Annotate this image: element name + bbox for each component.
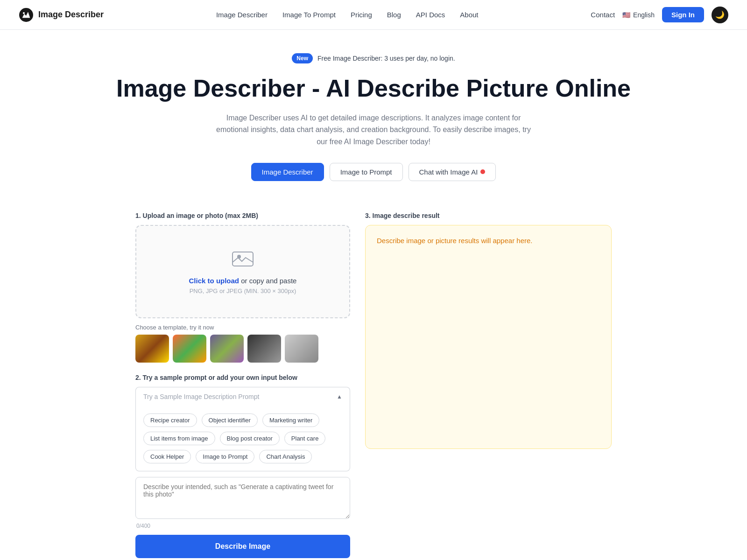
- dropdown-placeholder: Try a Sample Image Description Prompt: [143, 393, 259, 400]
- sample-prompt-section: 2. Try a sample prompt or add your own i…: [135, 374, 350, 558]
- logo-icon: [19, 7, 34, 22]
- nav-about[interactable]: About: [460, 11, 478, 19]
- result-area: Describe image or picture results will a…: [365, 225, 612, 449]
- nav-right: Contact 🇺🇸 English Sign In 🌙: [591, 7, 728, 23]
- custom-prompt-textarea[interactable]: [135, 477, 350, 519]
- image-upload-icon: [146, 248, 340, 271]
- language-label: English: [633, 11, 655, 19]
- upload-section-label: 1. Upload an image or photo (max 2MB): [135, 212, 350, 219]
- right-panel: 3. Image describe result Describe image …: [365, 212, 612, 558]
- result-section-label: 3. Image describe result: [365, 212, 612, 219]
- hero-subtitle: Image Describer uses AI to get detailed …: [210, 112, 537, 148]
- nav-image-describer[interactable]: Image Describer: [216, 11, 268, 19]
- badge-text: Free Image Describer: 3 uses per day, no…: [317, 55, 455, 62]
- template-image-2[interactable]: [173, 335, 206, 363]
- tag-recipe-creator[interactable]: Recipe creator: [143, 413, 197, 427]
- tag-image-to-prompt[interactable]: Image to Prompt: [196, 450, 254, 463]
- template-images: [135, 335, 350, 363]
- nav-api-docs[interactable]: API Docs: [416, 11, 445, 19]
- or-text: or copy and paste: [239, 277, 296, 285]
- upload-text: Click to upload or copy and paste: [146, 277, 340, 285]
- tag-object-identifier[interactable]: Object identifier: [202, 413, 258, 427]
- tag-marketing-writer[interactable]: Marketing writer: [262, 413, 319, 427]
- tag-cook-helper[interactable]: Cook Helper: [143, 450, 191, 463]
- signin-button[interactable]: Sign In: [662, 7, 704, 22]
- svg-point-1: [23, 12, 25, 14]
- sample-section-label: 2. Try a sample prompt or add your own i…: [135, 374, 350, 381]
- char-count: 0/400: [135, 523, 350, 529]
- describe-image-button[interactable]: Describe Image: [135, 535, 350, 558]
- moon-icon: 🌙: [715, 10, 725, 19]
- nav-image-to-prompt[interactable]: Image To Prompt: [282, 11, 336, 19]
- logo-text: Image Describer: [38, 10, 104, 20]
- svg-point-0: [19, 8, 33, 22]
- tabs-row: Image Describer Image to Prompt Chat wit…: [19, 163, 728, 181]
- contact-link[interactable]: Contact: [591, 11, 615, 19]
- upload-area[interactable]: Click to upload or copy and paste PNG, J…: [135, 225, 350, 318]
- dropdown-menu: Recipe creator Object identifier Marketi…: [135, 406, 350, 471]
- hero-section: New Free Image Describer: 3 uses per day…: [0, 30, 747, 212]
- nav-pricing[interactable]: Pricing: [351, 11, 372, 19]
- nav-links: Image Describer Image To Prompt Pricing …: [216, 11, 479, 19]
- logo[interactable]: Image Describer: [19, 7, 104, 22]
- sample-prompt-dropdown: Try a Sample Image Description Prompt ▲ …: [135, 387, 350, 471]
- nav-blog[interactable]: Blog: [387, 11, 401, 19]
- upload-hint: PNG, JPG or JPEG (MIN. 300 × 300px): [146, 287, 340, 294]
- tag-list-items[interactable]: List items from image: [143, 432, 215, 445]
- main-content: 1. Upload an image or photo (max 2MB) Cl…: [117, 212, 630, 560]
- chevron-up-icon: ▲: [337, 393, 342, 400]
- template-image-5[interactable]: [285, 335, 318, 363]
- template-image-3[interactable]: [210, 335, 244, 363]
- dropdown-button[interactable]: Try a Sample Image Description Prompt ▲: [135, 387, 350, 406]
- dark-mode-toggle[interactable]: 🌙: [712, 7, 728, 23]
- hero-title: Image Describer - AI Describe Picture On…: [19, 75, 728, 103]
- live-dot-icon: [480, 169, 485, 174]
- tag-plant-care[interactable]: Plant care: [284, 432, 326, 445]
- template-image-1[interactable]: [135, 335, 169, 363]
- template-label: Choose a template, try it now: [135, 324, 350, 331]
- tab-image-describer[interactable]: Image Describer: [251, 163, 324, 181]
- click-to-upload: Click to upload: [189, 277, 240, 285]
- template-image-4[interactable]: [247, 335, 281, 363]
- tab-chat-with-ai[interactable]: Chat with Image AI: [409, 163, 496, 181]
- tab-image-to-prompt[interactable]: Image to Prompt: [330, 163, 403, 181]
- flag-icon: 🇺🇸: [622, 11, 630, 19]
- left-panel: 1. Upload an image or photo (max 2MB) Cl…: [135, 212, 350, 558]
- chat-tab-label: Chat with Image AI: [419, 168, 478, 176]
- svg-rect-2: [233, 252, 253, 266]
- result-placeholder: Describe image or picture results will a…: [377, 237, 600, 245]
- tag-blog-post[interactable]: Blog post creator: [220, 432, 280, 445]
- language-selector[interactable]: 🇺🇸 English: [622, 11, 655, 19]
- new-badge: New: [292, 53, 313, 63]
- tag-chart-analysis[interactable]: Chart Analysis: [259, 450, 312, 463]
- badge-row: New Free Image Describer: 3 uses per day…: [19, 53, 728, 63]
- navbar: Image Describer Image Describer Image To…: [0, 0, 747, 30]
